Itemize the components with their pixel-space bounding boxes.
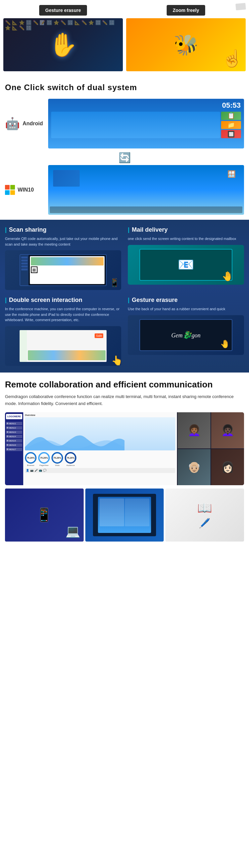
collab-menu-1[interactable]: MENU1 bbox=[6, 422, 22, 425]
mail-title-text: Mail delivery bbox=[132, 226, 168, 233]
video-call-2: 👩🏿‍🦱 bbox=[211, 412, 244, 448]
scan-sidebar-item bbox=[21, 256, 28, 258]
android-screen: 05:53 📋 📁 🔲 bbox=[48, 99, 244, 149]
collab-desc: Gemdragon collaborative conference funct… bbox=[5, 394, 244, 407]
mail-icon: 📧 bbox=[177, 257, 194, 273]
toolbar-icon-4: 📺 bbox=[39, 469, 42, 472]
video-call-3: 👴🏼 bbox=[177, 449, 211, 485]
gesture-erase-image: ✏️ 📐 ⭐ 🔢 ✏️ 📝 🔠 ⭐ ✏️ 🔢 📐 ✏️ ⭐ 🔠 ✏️ 🔢 ⭐ 📐… bbox=[3, 18, 123, 71]
collab-bottom-row: 📖 🖊️ bbox=[5, 489, 244, 541]
gest-hand-icon: 🤚 bbox=[220, 339, 230, 349]
windows-name: WIN10 bbox=[18, 187, 34, 193]
menu-label-6: MENU6 bbox=[9, 444, 16, 446]
stat-value-4: 75.26% bbox=[67, 457, 75, 459]
stat-label-4: Audience bbox=[66, 464, 75, 466]
zoom-freely-item: Zoom freely bbox=[126, 5, 246, 71]
windows-logo-icon bbox=[5, 185, 15, 195]
menu-dot bbox=[7, 435, 8, 437]
stat-circle-1: 75.26% bbox=[25, 452, 36, 464]
mail-delivery-title: | Mail delivery bbox=[128, 226, 244, 233]
menu-dot bbox=[7, 427, 8, 429]
scan-title-text: Scan sharing bbox=[9, 226, 47, 233]
stat-2: 75.26% PageView bbox=[38, 452, 50, 466]
collab-wave-svg bbox=[25, 431, 124, 451]
menu-dot bbox=[7, 444, 8, 446]
windows-desktop: 🪟 bbox=[50, 167, 242, 207]
mail-monitor: 📧 🤚 bbox=[139, 249, 232, 281]
stat-3: 75.26% Visits bbox=[52, 452, 63, 466]
features-section: | Scan sharing Generate QR code automati… bbox=[0, 220, 249, 373]
zoom-freely-label: Zoom freely bbox=[167, 5, 205, 16]
mail-hand-icon: 🤚 bbox=[222, 271, 233, 282]
win-pane-blue bbox=[5, 190, 10, 195]
gest-title-text: Gesture erasure bbox=[132, 297, 177, 304]
collab-screen2-panels bbox=[100, 498, 150, 526]
panel-1 bbox=[100, 498, 124, 526]
collab-stats: 75.26% Browser 75.26% PageView 75.26% bbox=[25, 452, 175, 466]
mail-delivery-feature: | Mail delivery one click send the scree… bbox=[128, 226, 244, 290]
screen3-book-icon: 📖 bbox=[197, 501, 212, 515]
gest-monitor: Gem🐉gon 🤚 bbox=[139, 319, 232, 351]
collab-menu-2[interactable]: MENU2 bbox=[6, 426, 22, 430]
menu-label-5: MENU5 bbox=[9, 440, 16, 442]
android-row: 🤖 Android 05:53 📋 📁 🔲 bbox=[5, 99, 244, 149]
stat-value-1: 75.26% bbox=[27, 457, 35, 459]
collab-bottom-screen-2 bbox=[85, 489, 164, 541]
gest-screen-preview: Gem🐉gon 🤚 bbox=[128, 315, 244, 355]
toolbar-icon-3: 🎤 bbox=[34, 469, 38, 472]
collab-bottom-screen-3: 📖 🖊️ bbox=[165, 489, 244, 541]
stat-value-2: 75.26% bbox=[40, 457, 48, 459]
toolbar-icon-5: 💬 bbox=[43, 469, 47, 472]
features-grid: | Scan sharing Generate QR code automati… bbox=[5, 226, 244, 366]
gest-bar: | bbox=[128, 297, 130, 304]
screen3-pen-icon: 🖊️ bbox=[199, 518, 211, 529]
collab-section: Remote collaboration and efficient commu… bbox=[0, 373, 249, 545]
menu-label-2: MENU2 bbox=[9, 427, 16, 429]
collab-menu-7[interactable]: MENU7 bbox=[6, 448, 22, 451]
android-icon-label: 🤖 Android bbox=[5, 117, 45, 131]
collab-menu-4[interactable]: MENU4 bbox=[6, 435, 22, 438]
gesture-erase-visual: ✏️ 📐 ⭐ 🔢 ✏️ 📝 🔠 ⭐ ✏️ 🔢 📐 ✏️ ⭐ 🔠 ✏️ 🔢 ⭐ 📐… bbox=[3, 18, 123, 71]
collab-logo: LOGOMERE bbox=[6, 414, 22, 419]
collab-menu-5[interactable]: MENU5 bbox=[6, 439, 22, 442]
dscreen-bar: | bbox=[5, 297, 7, 304]
windows-screen-preview: 🪟 bbox=[48, 165, 244, 215]
gest-handwriting: Gem🐉gon bbox=[171, 331, 200, 339]
menu-label-4: MENU4 bbox=[9, 435, 16, 437]
double-screen-title: | Double screen interaction bbox=[5, 297, 121, 304]
dscreen-sale-badge: Sale bbox=[94, 333, 103, 338]
collab-bottom-screen-1 bbox=[5, 489, 84, 541]
collab-sidebar: LOGOMERE MENU1 MENU2 MENU3 MENU4 bbox=[5, 412, 23, 485]
gesture-erasure-title: | Gesture erasure bbox=[128, 297, 244, 304]
dual-system-title: One Click switch of dual system bbox=[5, 83, 244, 92]
windows-screen: 🪟 bbox=[48, 165, 244, 215]
video-call-4: 👩🏻 bbox=[211, 449, 244, 485]
windows-taskbar bbox=[50, 207, 242, 213]
scan-bar: | bbox=[5, 226, 7, 233]
mail-visual: 📧 🤚 bbox=[128, 245, 244, 285]
collab-menu-3[interactable]: MENU3 bbox=[6, 431, 22, 434]
android-screen-preview: 05:53 📋 📁 🔲 bbox=[48, 99, 244, 149]
dscreen-preview: Sale 👆 bbox=[5, 326, 121, 366]
gest-visual: Gem🐉gon 🤚 bbox=[128, 315, 244, 355]
scan-sharing-title: | Scan sharing bbox=[5, 226, 121, 233]
collab-screen2-inner bbox=[93, 494, 156, 536]
collab-menu-6[interactable]: MENU6 bbox=[6, 443, 22, 447]
collab-video-calls: 👩🏾‍🦱 👩🏿‍🦱 👴🏼 👩🏻 bbox=[177, 412, 244, 485]
toolbar-icon-2: 📷 bbox=[30, 469, 33, 472]
video-call-1: 👩🏾‍🦱 bbox=[177, 412, 211, 448]
windows-icon-label: WIN10 bbox=[5, 185, 45, 195]
stat-4: 75.26% Audience bbox=[65, 452, 76, 466]
gestures-section: Gesture erasure ✏️ 📐 ⭐ 🔢 ✏️ 📝 🔠 ⭐ ✏️ 🔢 📐… bbox=[0, 0, 249, 76]
collab-toolbar: 👤 📷 🎤 📺 💬 bbox=[25, 468, 175, 473]
menu-label-3: MENU3 bbox=[9, 431, 16, 433]
scan-phone-icon: 📱 bbox=[110, 278, 119, 287]
gesture-erase-item: Gesture erasure ✏️ 📐 ⭐ 🔢 ✏️ 📝 🔠 ⭐ ✏️ 🔢 📐… bbox=[3, 5, 123, 71]
android-time: 05:53 bbox=[222, 101, 241, 110]
panel-2 bbox=[125, 498, 149, 526]
dual-system-section: One Click switch of dual system 🤖 Androi… bbox=[0, 76, 249, 220]
menu-dot bbox=[7, 448, 8, 450]
mail-desc: one click send the screen writing conten… bbox=[128, 236, 244, 242]
dscreen-chart bbox=[28, 350, 106, 360]
dscreen-desc: In the conference machine, you can contr… bbox=[5, 306, 121, 323]
